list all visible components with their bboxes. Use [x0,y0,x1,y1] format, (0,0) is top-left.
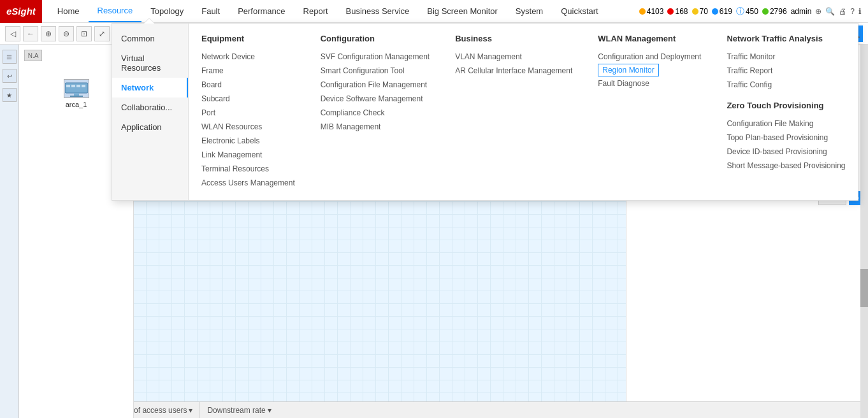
item-access-users[interactable]: Access Users Management [201,176,295,190]
scrollbar-thumb[interactable] [860,269,868,307]
badge-yellow: 70 [692,7,708,16]
blue-dot [712,8,718,15]
item-device-software[interactable]: Device Software Management [321,92,430,106]
section-configuration-title: Configuration [321,34,430,43]
logo[interactable]: eSight [0,0,42,23]
item-network-device[interactable]: Network Device [201,50,295,64]
item-config-file-making[interactable]: Configuration File Making [727,117,845,131]
svg-rect-2 [71,85,75,87]
item-compliance[interactable]: Compliance Check [321,106,430,120]
item-electronic-labels[interactable]: Electronic Labels [201,134,295,148]
item-traffic-config[interactable]: Traffic Config [727,78,845,92]
item-subcard[interactable]: Subcard [201,92,295,106]
section-wlan-title: WLAN Management [598,34,701,43]
item-ar-cellular[interactable]: AR Cellular Interface Management [455,64,572,78]
item-fault-diagnose[interactable]: Fault Diagnose [598,76,701,90]
svg-rect-4 [82,85,85,87]
item-traffic-monitor[interactable]: Traffic Monitor [727,50,845,64]
dropdown-common[interactable]: Common [112,29,188,48]
svg-rect-5 [74,93,79,96]
badge-blue: 619 [712,7,732,16]
item-topo-plan[interactable]: Topo Plan-based Provisioning [727,131,845,145]
toolbar-back-btn[interactable]: ← [23,26,38,41]
nav-resource[interactable]: Resource [89,0,142,22]
printer-icon[interactable]: 🖨 [839,7,846,16]
help-icon[interactable]: ? [850,7,855,16]
sidebar-icon-menu[interactable]: ☰ [3,50,17,64]
admin-label: admin [791,7,812,16]
nav-items: Home Resource Topology Fault Performance… [48,0,639,22]
badge-red: 168 [667,7,688,16]
item-port[interactable]: Port [201,106,295,120]
info-nav-icon[interactable]: ℹ [858,7,862,16]
toolbar-zoom-out-btn[interactable]: ⊖ [59,26,74,41]
nav-system[interactable]: System [507,0,552,22]
toolbar-fit-btn[interactable]: ⊡ [76,26,92,41]
dropdown-left-nav: Common Virtual Resources Network Collabo… [112,24,189,200]
right-scrollbar[interactable] [860,45,868,418]
dropdown-menu: Common Virtual Resources Network Collabo… [112,23,858,201]
badge-green-count: 2796 [770,7,787,16]
item-short-message[interactable]: Short Message-based Provisioning [727,159,845,173]
logo-text: eSight [6,6,36,17]
na-text: N.A [28,52,39,59]
section-equipment-title: Equipment [201,34,295,43]
badge-info-count: 450 [746,7,758,16]
badge-yellow-count: 70 [700,7,708,16]
section-traffic-title: Network Traffic Analysis [727,34,845,43]
nav-report[interactable]: Report [294,0,337,22]
item-terminal-resources[interactable]: Terminal Resources [201,162,295,176]
bottom-downstream-arrow: ▾ [268,406,271,415]
section-equipment: Equipment Network Device Frame Board Sub… [201,34,295,190]
badge-info: ⓘ 450 [736,6,758,17]
svg-rect-6 [70,96,83,97]
sidebar-icon-nav[interactable]: ↩ [3,69,17,83]
nav-big-screen[interactable]: Big Screen Monitor [418,0,507,22]
dropdown-virtual[interactable]: Virtual Resources [112,48,188,78]
item-wlan-resources[interactable]: WLAN Resources [201,120,295,134]
toolbar-full-btn[interactable]: ⤢ [94,26,110,41]
top-navigation: eSight Home Resource Topology Fault Perf… [0,0,868,23]
svg-rect-0 [65,83,88,93]
nav-fault[interactable]: Fault [192,0,229,22]
dropdown-arrow [144,18,154,24]
item-svf-config[interactable]: SVF Configuration Management [321,50,430,64]
item-device-id[interactable]: Device ID-based Provisioning [727,145,845,159]
red-dot [667,8,674,15]
item-frame[interactable]: Frame [201,64,295,78]
item-vlan[interactable]: VLAN Management [455,50,572,64]
toolbar-collapse-btn[interactable]: ◁ [5,26,20,41]
item-smart-config[interactable]: Smart Configuration Tool [321,64,430,78]
section-business: Business VLAN Management AR Cellular Int… [455,34,572,190]
section-zero-touch-title: Zero Touch Provisioning [727,101,845,110]
na-badge: N.A [24,50,42,61]
device-label: arca_1 [66,101,87,108]
logout-icon[interactable]: ⊕ [815,7,821,16]
item-traffic-report[interactable]: Traffic Report [727,64,845,78]
sidebar-icon-star[interactable]: ★ [3,88,17,102]
dropdown-application[interactable]: Application [112,117,188,137]
bottom-downstream-cell[interactable]: Downstream rate ▾ [201,402,277,418]
bottom-downstream-label: Downstream rate [207,406,265,415]
nav-quickstart[interactable]: Quickstart [552,0,607,22]
bottom-access-arrow: ▾ [189,406,192,415]
nav-home[interactable]: Home [48,0,89,22]
nav-performance[interactable]: Performance [229,0,294,22]
search-icon[interactable]: 🔍 [825,7,835,16]
dropdown-network[interactable]: Network [112,78,188,97]
svg-rect-1 [66,85,70,87]
section-traffic: Network Traffic Analysis Traffic Monitor… [727,34,845,190]
item-config-deployment[interactable]: Configuration and Deployment [598,50,701,64]
item-config-file[interactable]: Configuration File Management [321,78,430,92]
section-configuration: Configuration SVF Configuration Manageme… [321,34,430,190]
dropdown-collaboration[interactable]: Collaboratio... [112,97,188,117]
badge-orange: 4103 [639,7,664,16]
item-region-monitor[interactable]: Region Monitor [598,64,658,76]
badge-orange-count: 4103 [647,7,664,16]
toolbar-zoom-in-btn[interactable]: ⊕ [41,26,56,41]
item-board[interactable]: Board [201,78,295,92]
info-icon: ⓘ [736,6,744,17]
item-mib[interactable]: MIB Management [321,120,430,134]
item-link-management[interactable]: Link Management [201,148,295,162]
nav-business-service[interactable]: Business Service [337,0,419,22]
